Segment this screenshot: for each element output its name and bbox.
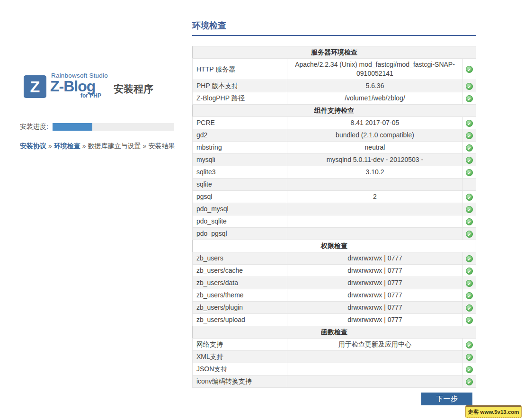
logo-letter: Z xyxy=(30,78,40,96)
check-row: zb_users/datadrwxrwxrwx | 0777✔ xyxy=(193,277,476,289)
check-row: pdo_pgsql✔ xyxy=(193,228,476,240)
zblog-logo-icon: Z xyxy=(24,75,46,98)
check-ok-icon: ✔ xyxy=(466,66,473,73)
check-ok-icon: ✔ xyxy=(466,194,473,201)
next-step-button[interactable]: 下一步 xyxy=(421,393,472,405)
check-item-label: zb_users xyxy=(193,252,287,265)
check-item-value: mysqlnd 5.0.11-dev - 20120503 - xyxy=(287,154,463,166)
check-row: sqlite xyxy=(193,179,476,191)
check-item-status: ✔ xyxy=(462,375,476,388)
breadcrumb-item[interactable]: 环境检查 xyxy=(54,142,80,150)
check-item-status: ✔ xyxy=(462,203,476,215)
check-row: zb_users/uploaddrwxrwxrwx | 0777✔ xyxy=(193,314,476,326)
section-title: 组件支持检查 xyxy=(193,105,476,117)
breadcrumb-item: 安装结果 xyxy=(148,142,175,150)
section-title: 服务器环境检查 xyxy=(193,46,476,59)
check-item-status: ✔ xyxy=(462,92,476,105)
check-ok-icon: ✔ xyxy=(466,255,473,262)
check-ok-icon: ✔ xyxy=(466,83,473,90)
check-item-status: ✔ xyxy=(462,166,476,179)
check-row: pgsql2✔ xyxy=(193,191,476,203)
check-item-status: ✔ xyxy=(462,154,476,166)
check-item-value: drwxrwxrwx | 0777 xyxy=(287,265,463,277)
check-item-label: pdo_mysql xyxy=(193,203,287,215)
check-item-status: ✔ xyxy=(462,117,476,129)
check-item-label: zb_users/plugin xyxy=(193,302,287,314)
check-item-status: ✔ xyxy=(462,215,476,228)
watermark-text: 走客 www.5v13.com xyxy=(468,409,519,416)
breadcrumb-separator: » xyxy=(143,142,147,150)
check-ok-icon: ✔ xyxy=(466,280,473,287)
breadcrumb-item[interactable]: 安装协议 xyxy=(20,142,46,150)
check-ok-icon: ✔ xyxy=(466,169,473,176)
check-item-value xyxy=(287,363,463,375)
check-item-status: ✔ xyxy=(462,252,476,265)
check-item-value: Apache/2.2.34 (Unix) mod_fastcgi/mod_fas… xyxy=(287,59,463,80)
breadcrumb-item: 数据库建立与设置 xyxy=(88,142,141,150)
check-row: iconv编码转换支持✔ xyxy=(193,375,476,388)
check-ok-icon: ✔ xyxy=(466,292,473,299)
check-item-value: 8.41 2017-07-05 xyxy=(287,117,463,129)
section-header-row: 服务器环境检查 xyxy=(193,46,476,59)
check-ok-icon: ✔ xyxy=(466,317,473,324)
section-header-row: 函数检查 xyxy=(193,326,476,339)
check-item-value: 5.6.36 xyxy=(287,80,463,92)
check-item-status: ✔ xyxy=(462,277,476,289)
check-item-value: drwxrwxrwx | 0777 xyxy=(287,314,463,326)
check-item-label: gd2 xyxy=(193,129,287,142)
check-row: gd2bundled (2.1.0 compatible)✔ xyxy=(193,129,476,142)
check-item-value xyxy=(287,215,463,228)
check-item-label: 网络支持 xyxy=(193,339,287,351)
check-item-status xyxy=(462,179,476,191)
check-ok-icon: ✔ xyxy=(466,354,473,361)
check-item-status: ✔ xyxy=(462,80,476,92)
check-item-value: bundled (2.1.0 compatible) xyxy=(287,129,463,142)
progress-label: 安装进度: xyxy=(20,123,48,131)
section-header-row: 权限检查 xyxy=(193,240,476,252)
check-ok-icon: ✔ xyxy=(466,268,473,275)
check-item-label: PCRE xyxy=(193,117,287,129)
check-ok-icon: ✔ xyxy=(466,95,473,102)
check-item-label: pdo_pgsql xyxy=(193,228,287,240)
progress-fill xyxy=(53,123,92,131)
check-item-value: drwxrwxrwx | 0777 xyxy=(287,289,463,302)
env-check-table: 服务器环境检查HTTP 服务器Apache/2.2.34 (Unix) mod_… xyxy=(192,46,476,388)
check-item-value xyxy=(287,351,463,363)
check-ok-icon: ✔ xyxy=(466,366,473,373)
check-row: JSON支持✔ xyxy=(193,363,476,375)
check-item-label: zb_users/theme xyxy=(193,289,287,302)
check-ok-icon: ✔ xyxy=(466,132,473,139)
check-item-value xyxy=(287,203,463,215)
check-ok-icon: ✔ xyxy=(466,341,473,349)
check-row: mysqlimysqlnd 5.0.11-dev - 20120503 -✔ xyxy=(193,154,476,166)
check-item-label: zb_users/data xyxy=(193,277,287,289)
breadcrumb-separator: » xyxy=(82,142,86,150)
page-title: 环境检查 xyxy=(192,20,476,36)
check-row: HTTP 服务器Apache/2.2.34 (Unix) mod_fastcgi… xyxy=(193,59,476,80)
check-item-status: ✔ xyxy=(462,363,476,375)
check-item-label: JSON支持 xyxy=(193,363,287,375)
check-item-label: HTTP 服务器 xyxy=(193,59,287,80)
check-item-status: ✔ xyxy=(462,339,476,351)
env-check-table-body: 服务器环境检查HTTP 服务器Apache/2.2.34 (Unix) mod_… xyxy=(193,46,476,388)
check-ok-icon: ✔ xyxy=(466,120,473,127)
check-item-status: ✔ xyxy=(462,59,476,80)
check-ok-icon: ✔ xyxy=(466,144,473,152)
check-item-label: zb_users/cache xyxy=(193,265,287,277)
logo-wordmark: Rainbowsoft Studio Z-Blog for PHP xyxy=(50,72,108,99)
check-row: zb_users/cachedrwxrwxrwx | 0777✔ xyxy=(193,265,476,277)
check-item-label: zb_users/upload xyxy=(193,314,287,326)
breadcrumb: 安装协议»环境检查»数据库建立与设置»安装结果 xyxy=(20,142,175,151)
check-item-value xyxy=(287,179,463,191)
check-item-value: 2 xyxy=(287,191,463,203)
check-item-label: mbstring xyxy=(193,142,287,154)
check-item-label: sqlite3 xyxy=(193,166,287,179)
check-item-label: XML支持 xyxy=(193,351,287,363)
check-ok-icon: ✔ xyxy=(466,304,473,312)
check-item-value: drwxrwxrwx | 0777 xyxy=(287,252,463,265)
check-row: sqlite33.10.2✔ xyxy=(193,166,476,179)
check-ok-icon: ✔ xyxy=(466,218,473,225)
check-item-label: pgsql xyxy=(193,191,287,203)
check-item-status: ✔ xyxy=(462,265,476,277)
check-item-status: ✔ xyxy=(462,289,476,302)
